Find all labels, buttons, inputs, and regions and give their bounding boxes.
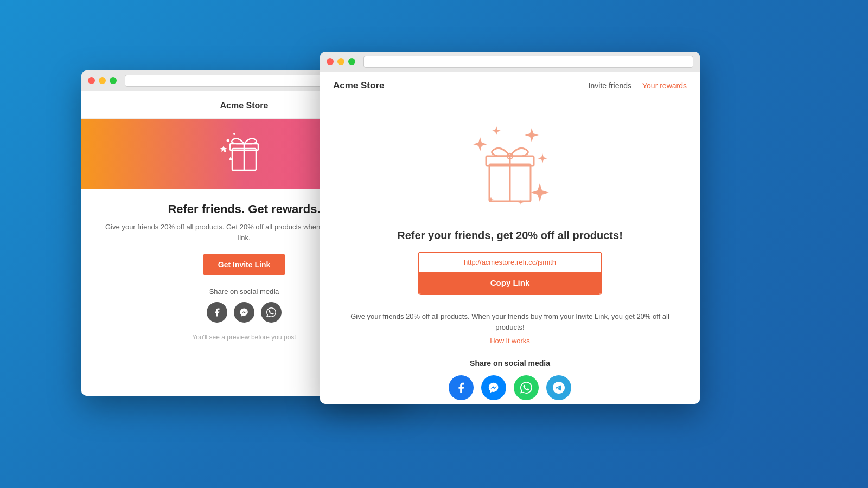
store-nav: Invite friends Your rewards [589, 81, 687, 90]
store-facebook-icon[interactable] [449, 375, 474, 400]
svg-point-1 [233, 133, 235, 135]
nav-invite-friends[interactable]: Invite friends [589, 81, 631, 90]
gift-svg [450, 113, 570, 221]
email-gift-icon [217, 124, 271, 184]
back-maximize-button[interactable] [110, 77, 117, 84]
nav-your-rewards[interactable]: Your rewards [642, 81, 687, 90]
front-browser-content: Acme Store Invite friends Your rewards [320, 72, 700, 404]
get-invite-link-button[interactable]: Get Invite Link [203, 254, 285, 275]
store-telegram-icon[interactable] [546, 375, 571, 400]
store-page-title: Refer your friends, get 20% off all prod… [342, 229, 678, 242]
store-divider [342, 352, 678, 352]
how-it-works-link[interactable]: How it works [490, 337, 530, 345]
store-share-label: Share on social media [342, 359, 678, 368]
store-link-container: http://acmestore.refr.cc/jsmith Copy Lin… [418, 252, 602, 295]
store-logo: Acme Store [333, 80, 589, 91]
front-titlebar [320, 52, 700, 72]
front-address-bar[interactable] [363, 56, 693, 68]
gift-illustration [342, 110, 678, 224]
svg-point-0 [227, 139, 229, 142]
back-close-button[interactable] [88, 77, 95, 84]
back-minimize-button[interactable] [99, 77, 106, 84]
store-messenger-icon[interactable] [481, 375, 506, 400]
front-close-button[interactable] [327, 58, 334, 65]
copy-link-button[interactable]: Copy Link [419, 272, 601, 294]
front-maximize-button[interactable] [348, 58, 355, 65]
store-body: Refer your friends, get 20% off all prod… [320, 99, 700, 404]
front-browser-window: Acme Store Invite friends Your rewards [320, 52, 700, 404]
store-referral-url[interactable]: http://acmestore.refr.cc/jsmith [419, 253, 601, 272]
store-header: Acme Store Invite friends Your rewards [320, 72, 700, 99]
email-facebook-icon[interactable] [207, 302, 227, 323]
front-minimize-button[interactable] [337, 58, 344, 65]
store-whatsapp-icon[interactable] [514, 375, 539, 400]
email-messenger-icon[interactable] [234, 302, 254, 323]
store-description: Give your friends 20% off all products. … [342, 311, 678, 332]
email-whatsapp-icon[interactable] [261, 302, 282, 323]
store-social-icons [342, 375, 678, 400]
